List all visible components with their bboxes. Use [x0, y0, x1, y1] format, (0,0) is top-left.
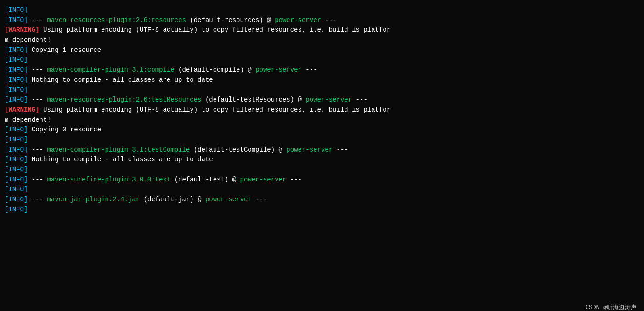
normal-text-text: Copying 0 resource: [28, 126, 101, 133]
info-bracket-text: [INFO]: [5, 136, 28, 143]
plugin-name-text: maven-compiler-plugin:3.1:testCompile: [47, 146, 190, 153]
info-bracket-text: [INFO]: [5, 17, 28, 24]
dashes-text: ---: [333, 146, 348, 153]
plugin-name-text: maven-resources-plugin:2.6:resources: [47, 17, 186, 24]
terminal-line: [INFO] --- maven-surefire-plugin:3.0.0:t…: [5, 175, 639, 185]
info-bracket-text: [INFO]: [5, 6, 28, 14]
plugin-name-text: maven-resources-plugin:2.6:testResources: [47, 96, 201, 103]
dashes-text: ---: [28, 176, 47, 183]
dashes-text: ---: [28, 196, 47, 203]
terminal-line: [INFO] Nothing to compile - all classes …: [5, 155, 639, 165]
terminal-line: [INFO]: [5, 165, 639, 175]
info-bracket-text: [INFO]: [5, 176, 28, 183]
info-bracket-text: [INFO]: [5, 186, 28, 193]
terminal-line: [INFO] Copying 1 resource: [5, 45, 639, 56]
plugin-name-text: maven-compiler-plugin:3.1:compile: [47, 66, 174, 74]
info-bracket-text: [INFO]: [5, 56, 28, 63]
dashes-text: ---: [28, 17, 47, 24]
terminal-line: [WARNING] Using platform encoding (UTF-8…: [5, 105, 639, 115]
terminal-line: [INFO] Copying 0 resource: [5, 125, 639, 135]
terminal-line: m dependent!: [5, 115, 639, 125]
phase-name-text: (default-resources) @: [186, 17, 275, 24]
terminal-line: [INFO]: [5, 55, 639, 65]
normal-text-text: Nothing to compile - all classes are up …: [28, 156, 213, 163]
phase-name-text: (default-jar) @: [140, 196, 205, 203]
terminal-line: [INFO] --- maven-compiler-plugin:3.1:tes…: [5, 145, 639, 155]
plugin-name-text: maven-surefire-plugin:3.0.0:test: [47, 176, 170, 183]
info-bracket-text: [INFO]: [5, 196, 28, 203]
normal-text-text: Using platform encoding (UTF-8 actually)…: [40, 26, 391, 34]
watermark: CSDN @听海边涛声: [585, 303, 637, 311]
phase-name-text: (default-test) @: [170, 176, 240, 183]
info-bracket-text: [INFO]: [5, 46, 28, 54]
at-server-text: power-server: [240, 176, 287, 183]
dashes-text: ---: [28, 96, 47, 103]
dashes-text: ---: [286, 176, 302, 183]
terminal-line: [INFO] --- maven-resources-plugin:2.6:re…: [5, 16, 639, 26]
warning-bracket-text: [WARNING]: [5, 26, 40, 34]
terminal-line: [INFO]: [5, 185, 639, 195]
warning-bracket-text: [WARNING]: [5, 106, 40, 113]
terminal-line: [INFO]: [5, 135, 639, 145]
terminal-line: [INFO] Nothing to compile - all classes …: [5, 75, 639, 85]
phase-name-text: (default-compile) @: [175, 66, 255, 74]
normal-text-text: m dependent!: [5, 116, 51, 124]
at-server-text: power-server: [205, 196, 252, 203]
terminal-line: [WARNING] Using platform encoding (UTF-8…: [5, 25, 639, 35]
at-server-text: power-server: [305, 96, 352, 103]
info-bracket-text: [INFO]: [5, 96, 28, 103]
terminal-window: [INFO][INFO] --- maven-resources-plugin:…: [2, 4, 642, 311]
info-bracket-text: [INFO]: [5, 156, 28, 163]
normal-text-text: Nothing to compile - all classes are up …: [28, 76, 213, 84]
info-bracket-text: [INFO]: [5, 166, 28, 173]
phase-name-text: (default-testResources) @: [202, 96, 306, 103]
dashes-text: ---: [28, 146, 47, 153]
normal-text-text: Copying 1 resource: [28, 46, 101, 54]
dashes-text: ---: [321, 17, 337, 24]
at-server-text: power-server: [255, 66, 302, 74]
normal-text-text: Using platform encoding (UTF-8 actually)…: [40, 106, 391, 113]
terminal-line: [INFO]: [5, 6, 639, 16]
phase-name-text: (default-testCompile) @: [190, 146, 286, 153]
dashes-text: ---: [302, 66, 317, 74]
terminal-line: [INFO]: [5, 85, 639, 96]
dashes-text: ---: [28, 66, 47, 74]
normal-text-text: m dependent!: [5, 36, 51, 44]
terminal-line: [INFO]: [5, 205, 639, 215]
dashes-text: ---: [252, 196, 267, 203]
dashes-text: ---: [352, 96, 367, 103]
at-server-text: power-server: [275, 17, 321, 24]
info-bracket-text: [INFO]: [5, 86, 28, 94]
terminal-line: m dependent!: [5, 35, 639, 45]
info-bracket-text: [INFO]: [5, 206, 28, 213]
info-bracket-text: [INFO]: [5, 126, 28, 133]
terminal-line: [INFO] --- maven-compiler-plugin:3.1:com…: [5, 65, 639, 75]
plugin-name-text: maven-jar-plugin:2.4:jar: [47, 196, 140, 203]
info-bracket-text: [INFO]: [5, 66, 28, 74]
terminal-line: [INFO] --- maven-jar-plugin:2.4:jar (def…: [5, 195, 639, 205]
info-bracket-text: [INFO]: [5, 76, 28, 84]
at-server-text: power-server: [286, 146, 333, 153]
info-bracket-text: [INFO]: [5, 146, 28, 153]
terminal-line: [INFO] --- maven-resources-plugin:2.6:te…: [5, 95, 639, 105]
